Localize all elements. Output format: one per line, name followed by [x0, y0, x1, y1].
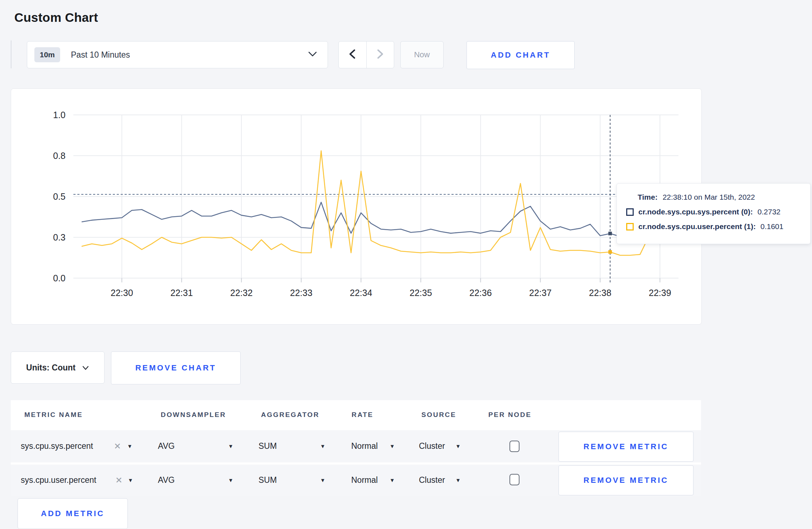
time-nav-group [338, 41, 394, 68]
chevron-left-icon [348, 49, 356, 61]
column-header-metric-name: METRIC NAME [24, 411, 83, 419]
source-select[interactable]: Cluster [419, 441, 445, 451]
per-node-checkbox[interactable] [509, 441, 519, 452]
divider [11, 40, 11, 68]
tooltip-series-user-label: cr.node.sys.cpu.user.percent (1): [638, 222, 756, 231]
remove-metric-button[interactable]: REMOVE METRIC [559, 432, 693, 462]
downsampler-select[interactable]: AVG [158, 475, 175, 485]
tooltip-series-sys-value: 0.2732 [758, 208, 780, 216]
caret-down-icon[interactable]: ▼ [128, 477, 133, 483]
now-button-label: Now [414, 50, 430, 59]
units-select[interactable]: Units: Count [11, 351, 105, 384]
add-chart-button[interactable]: ADD CHART [467, 41, 575, 69]
chevron-down-icon [308, 51, 318, 59]
caret-down-icon[interactable]: ▼ [455, 477, 461, 483]
time-range-badge: 10m [34, 47, 60, 62]
caret-down-icon[interactable]: ▼ [455, 443, 461, 449]
caret-down-icon[interactable]: ▼ [390, 477, 395, 483]
tooltip-time-value: 22:38:10 on Mar 15th, 2022 [663, 193, 755, 201]
caret-down-icon[interactable]: ▼ [228, 443, 233, 449]
time-range-label: Past 10 Minutes [71, 50, 130, 60]
tooltip-time-label: Time: [638, 193, 658, 201]
caret-down-icon[interactable]: ▼ [320, 443, 325, 449]
now-button[interactable]: Now [400, 41, 444, 68]
tooltip-series-user-value: 0.1601 [760, 222, 783, 231]
series-swatch-user-icon [626, 223, 634, 230]
add-chart-label: ADD CHART [491, 50, 550, 60]
aggregator-select[interactable]: SUM [258, 441, 277, 451]
tooltip-series-sys-label: cr.node.sys.cpu.sys.percent (0): [638, 208, 753, 216]
aggregator-select[interactable]: SUM [258, 475, 277, 485]
remove-x-icon[interactable]: ✕ [115, 475, 122, 485]
next-time-button[interactable] [367, 42, 394, 68]
caret-down-icon[interactable]: ▼ [390, 443, 395, 449]
chevron-down-icon [82, 363, 89, 373]
chart-tooltip: Time:22:38:10 on Mar 15th, 2022 cr.node.… [617, 183, 811, 244]
add-metric-label: ADD METRIC [41, 509, 105, 518]
chevron-right-icon [376, 49, 384, 61]
series-swatch-sys-icon [626, 208, 634, 216]
remove-metric-label: REMOVE METRIC [584, 476, 668, 485]
units-label: Units: Count [26, 363, 76, 373]
remove-x-icon[interactable]: ✕ [114, 441, 121, 451]
prev-time-button[interactable] [339, 42, 367, 68]
add-metric-button[interactable]: ADD METRIC [18, 498, 128, 529]
caret-down-icon[interactable]: ▼ [127, 443, 132, 449]
time-range-select[interactable]: 10m Past 10 Minutes [27, 41, 328, 68]
remove-chart-button[interactable]: REMOVE CHART [111, 351, 241, 384]
remove-metric-button[interactable]: REMOVE METRIC [559, 465, 693, 495]
metric-name-value[interactable]: sys.cpu.user.percent [21, 475, 96, 485]
column-header-downsampler: DOWNSAMPLER [161, 411, 226, 419]
rate-select[interactable]: Normal [351, 475, 378, 485]
column-header-per-node: PER NODE [488, 411, 532, 419]
per-node-checkbox[interactable] [509, 474, 519, 485]
source-select[interactable]: Cluster [419, 475, 445, 485]
rate-select[interactable]: Normal [351, 441, 378, 451]
caret-down-icon[interactable]: ▼ [320, 477, 325, 483]
custom-chart-page: { "page": { "title": "Custom Chart" }, "… [0, 0, 812, 529]
caret-down-icon[interactable]: ▼ [228, 477, 233, 483]
downsampler-select[interactable]: AVG [158, 441, 175, 451]
metric-name-value[interactable]: sys.cpu.sys.percent [21, 441, 93, 451]
column-header-aggregator: AGGREGATOR [261, 411, 319, 419]
chart-card [11, 88, 702, 325]
page-title: Custom Chart [14, 10, 98, 25]
remove-metric-label: REMOVE METRIC [584, 442, 668, 451]
column-header-source: SOURCE [421, 411, 456, 419]
column-header-rate: RATE [352, 411, 373, 419]
remove-chart-label: REMOVE CHART [135, 363, 216, 373]
